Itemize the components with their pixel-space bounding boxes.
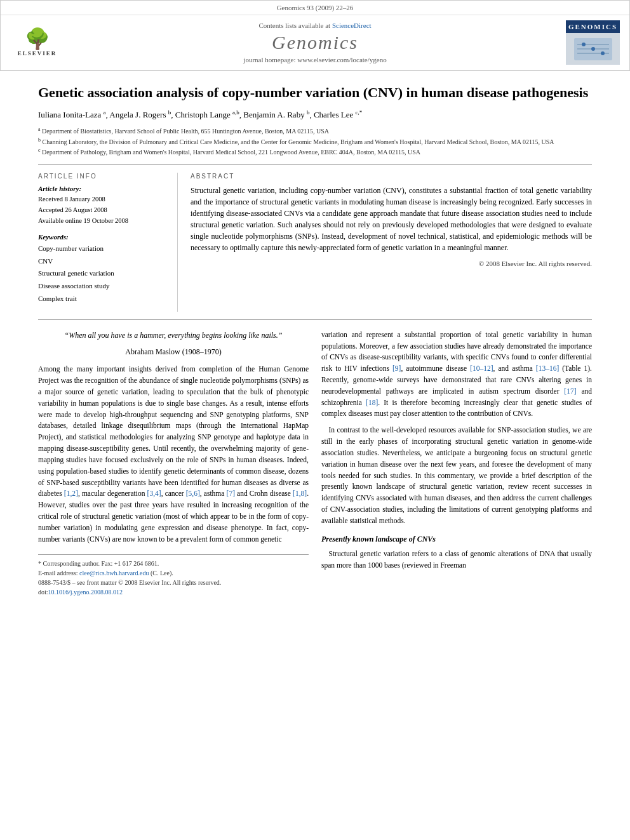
body-para-1: Among the many important insights derive… (38, 364, 309, 545)
abstract-text: Structural genetic variation, including … (191, 185, 592, 253)
journal-url: journal homepage: www.elsevier.com/locat… (243, 56, 386, 63)
doi-link[interactable]: 10.1016/j.ygeno.2008.08.012 (48, 589, 123, 596)
ref-5-6[interactable]: [5,6] (186, 490, 200, 497)
contents-available-text: Contents lists available at ScienceDirec… (258, 22, 371, 29)
article-info-panel: ARTICLE INFO Article history: Received 8… (38, 173, 178, 311)
body-col-right: variation and represent a substantial pr… (321, 330, 592, 597)
quote-attribution: Abraham Maslow (1908–1970) (38, 346, 309, 358)
footnote-issn: 0888-7543/$ – see front matter © 2008 El… (38, 578, 309, 587)
svg-point-4 (582, 43, 586, 46)
ref-13-16[interactable]: [13–16] (536, 364, 559, 372)
header-logos-row: 🌳 ELSEVIER Contents lists available at S… (1, 15, 629, 70)
svg-point-5 (591, 47, 595, 51)
divider-2 (38, 319, 592, 320)
svg-point-6 (601, 51, 605, 55)
keyword-1: Copy-number variation (38, 243, 168, 255)
sciencedirect-link[interactable]: ScienceDirect (332, 22, 372, 29)
affiliation-c: c Department of Pathology, Brigham and W… (38, 147, 592, 157)
body-columns: “When all you have is a hammer, everythi… (38, 330, 592, 597)
body-col-left: “When all you have is a hammer, everythi… (38, 330, 309, 597)
authors-line: Iuliana Ionita-Laza a, Angela J. Rogers … (38, 109, 592, 121)
genomics-logo-image (566, 33, 620, 65)
history-label: Article history: (38, 185, 168, 192)
affiliation-a: a Department of Biostatistics, Harvard S… (38, 126, 592, 136)
section-heading-cnvs: Presently known landscape of CNVs (321, 533, 592, 545)
footnote-doi: doi:10.1016/j.ygeno.2008.08.012 (38, 587, 309, 597)
main-content: Genetic association analysis of copy-num… (0, 84, 630, 597)
elsevier-tree-icon: 🌳 (25, 29, 50, 49)
citation-text: Genomics 93 (2009) 22–26 (277, 4, 354, 11)
ref-1-2[interactable]: [1,2] (64, 490, 78, 497)
genomics-decorative-svg (571, 35, 615, 63)
keyword-3: Structural genetic variation (38, 267, 168, 280)
affiliation-b: b Channing Laboratory, the Division of P… (38, 137, 592, 147)
keywords-label: Keywords: (38, 233, 168, 241)
abstract-panel: ABSTRACT Structural genetic variation, i… (191, 173, 592, 311)
footnote-area: * Corresponding author. Fax: +1 617 264 … (38, 554, 309, 597)
journal-header: Genomics 93 (2009) 22–26 🌳 ELSEVIER Cont… (0, 0, 630, 71)
ref-9[interactable]: [9] (392, 364, 401, 372)
footnote-corresponding: * Corresponding author. Fax: +1 617 264 … (38, 559, 309, 568)
ref-10-12[interactable]: [10–12] (470, 364, 493, 372)
journal-name: Genomics (272, 32, 358, 53)
ref-1-8[interactable]: [1,8] (293, 490, 307, 497)
genomics-logo: GENOMICS (566, 20, 620, 65)
keywords-group: Keywords: Copy-number variation CNV Stru… (38, 233, 168, 305)
divider-1 (38, 164, 592, 165)
keyword-4: Disease association study (38, 280, 168, 293)
keywords-list: Copy-number variation CNV Structural gen… (38, 243, 168, 305)
genomics-logo-label: GENOMICS (566, 20, 620, 33)
ref-7[interactable]: [7] (227, 490, 235, 497)
keyword-2: CNV (38, 255, 168, 268)
available-date: Available online 19 October 2008 (38, 216, 168, 227)
ref-18[interactable]: [18] (366, 399, 378, 406)
article-info-label: ARTICLE INFO (38, 173, 168, 180)
article-title: Genetic association analysis of copy-num… (38, 84, 592, 102)
body-para-4: Structural genetic variation refers to a… (321, 549, 592, 571)
body-para-2: variation and represent a substantial pr… (321, 330, 592, 420)
ref-17[interactable]: [17] (564, 387, 576, 395)
article-history-group: Article history: Received 8 January 2008… (38, 185, 168, 226)
accepted-date: Accepted 26 August 2008 (38, 205, 168, 216)
ref-3-4[interactable]: [3,4] (147, 490, 161, 497)
abstract-label: ABSTRACT (191, 173, 592, 180)
citation-bar: Genomics 93 (2009) 22–26 (1, 1, 629, 15)
affiliations: a Department of Biostatistics, Harvard S… (38, 126, 592, 157)
received-date: Received 8 January 2008 (38, 194, 168, 205)
footnote-email: E-mail address: clee@rics.bwh.harvard.ed… (38, 568, 309, 578)
article-info-abstract-columns: ARTICLE INFO Article history: Received 8… (38, 173, 592, 311)
journal-info-center: Contents lists available at ScienceDirec… (64, 20, 566, 65)
elsevier-label: ELSEVIER (18, 50, 57, 57)
keyword-5: Complex trait (38, 293, 168, 305)
footnote-email-link[interactable]: clee@rics.bwh.harvard.edu (79, 570, 149, 577)
quote-block: “When all you have is a hammer, everythi… (38, 330, 309, 341)
body-para-3: In contrast to the well-developed resour… (321, 425, 592, 526)
copyright: © 2008 Elsevier Inc. All rights reserved… (191, 260, 592, 267)
elsevier-logo: 🌳 ELSEVIER (10, 20, 64, 65)
